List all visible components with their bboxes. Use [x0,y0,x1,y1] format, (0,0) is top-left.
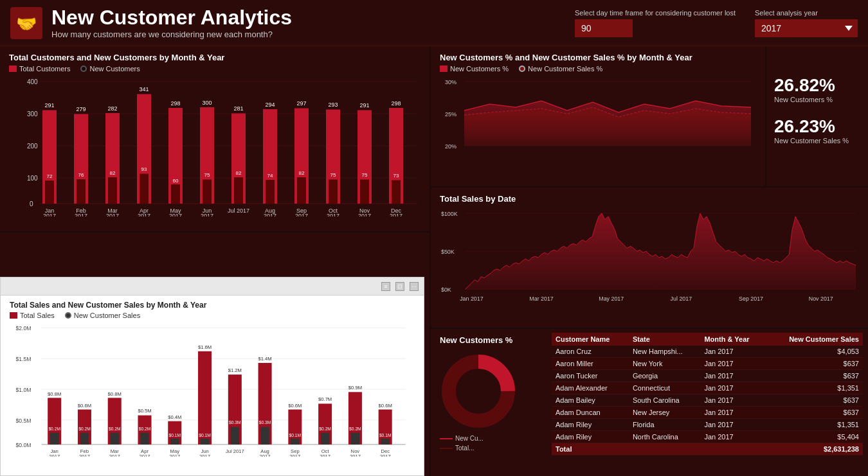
legend-new: New Customers [80,65,140,73]
legend-total-label: Total Customers [19,65,70,73]
svg-text:73: 73 [393,173,399,179]
col-customer: Customer Name [552,333,629,346]
svg-text:74: 74 [267,173,273,179]
svg-text:$2.0M: $2.0M [16,325,32,331]
svg-text:$1.0M: $1.0M [16,387,32,393]
svg-text:2017: 2017 [264,213,276,216]
svg-text:60: 60 [173,178,179,184]
svg-text:300: 300 [27,110,38,118]
svg-text:2017: 2017 [260,454,271,457]
bar-chart-legend: Total Customers New Customers [9,65,420,73]
table-row: Adam BaileySouth CarolinaJan 2017$637 [552,394,863,407]
svg-rect-49 [329,180,338,204]
svg-rect-17 [77,179,86,204]
svg-text:300: 300 [202,100,212,106]
dayframe-input[interactable] [575,19,633,37]
overlay-titlebar: ≡ ⊡ ··· [1,278,424,295]
app-subtitle: How many customers are we considering ne… [51,30,575,39]
svg-text:$0.1M: $0.1M [289,433,302,437]
pct-legend-sales: New Customer Sales % [519,65,602,73]
svg-text:Jul 2017: Jul 2017 [228,207,249,214]
svg-text:75: 75 [362,172,368,178]
svg-text:$0.5M: $0.5M [16,418,32,424]
svg-text:100: 100 [27,175,38,182]
svg-text:341: 341 [139,86,149,93]
svg-text:$0.6M: $0.6M [78,403,91,409]
table-row: Adam AlexanderConnecticutJan 2017$1,351 [552,382,863,394]
svg-text:$0.1M: $0.1M [379,433,392,437]
overlay-drag-handle[interactable] [6,278,376,295]
svg-text:291: 291 [44,102,54,109]
svg-rect-134 [351,433,359,445]
customer-table: Customer Name State Month & Year New Cus… [552,333,863,455]
overlay-restore-icon[interactable]: ⊡ [395,282,404,291]
svg-text:$0.3M: $0.3M [229,420,241,425]
bars: 291 72 279 76 282 82 341 93 [42,86,403,204]
svg-text:$0.6M: $0.6M [288,403,302,409]
svg-text:82: 82 [299,170,305,176]
overlay-chart-legend: Total Sales New Customer Sales [10,312,415,319]
pct-chart-legend: New Customers % New Customer Sales % [440,65,756,73]
svg-text:294: 294 [265,101,275,108]
svg-text:$0.8M: $0.8M [108,391,122,397]
pct-chart-area: New Customers % and New Customer Sales %… [431,46,765,186]
svg-text:0: 0 [30,200,33,207]
overlay-menu-icon[interactable]: ≡ [381,282,390,291]
table-row: Aaron CruzNew Hampshi...Jan 2017$4,053 [552,346,863,358]
svg-text:298: 298 [170,100,180,107]
svg-text:2017: 2017 [289,454,300,457]
header: 🤝 New Customer Analytics How many custom… [0,0,868,46]
svg-text:400: 400 [27,78,38,85]
svg-text:🤝: 🤝 [16,13,37,34]
svg-text:2017: 2017 [358,213,371,216]
title-block: New Customer Analytics How many customer… [51,6,575,39]
svg-rect-113 [198,351,212,445]
bar-chart-title: Total Customers and New Customers by Mon… [9,53,420,62]
svg-text:93: 93 [141,166,147,172]
table-total-row: Total$2,631,238 [552,443,863,455]
year-select[interactable]: 2017 2016 2018 [755,19,858,37]
donut-title: New Customers % [440,335,538,345]
svg-text:2017: 2017 [169,454,180,457]
svg-rect-45 [297,177,306,204]
svg-text:2017: 2017 [49,454,60,457]
svg-rect-102 [111,433,119,445]
year-control: Select analysis year 2017 2016 2018 [755,9,858,37]
overlay-more-icon[interactable]: ··· [410,282,419,291]
svg-text:Jan 2017: Jan 2017 [460,295,484,302]
dayframe-label: Select day time frame for considering cu… [575,9,736,17]
table-section: Customer Name State Month & Year New Cus… [547,329,868,476]
stat2-label: New Customer Sales % [774,137,860,145]
table-row: Adam RileyFloridaJan 2017$1,351 [552,419,863,431]
pct-chart-svg: 30% 25% 20% [440,75,756,172]
table-row: Aaron TuckerGeorgiaJan 2017$637 [552,370,863,382]
overlay-chart-title: Total Sales and New Customer Sales by Mo… [10,301,415,310]
overlay-legend-new-label: New Customer Sales [74,312,140,319]
svg-text:$0.4M: $0.4M [168,414,181,420]
svg-text:$0.2M: $0.2M [139,427,151,431]
svg-rect-41 [266,180,275,204]
svg-text:$0.5M: $0.5M [138,408,151,414]
svg-text:$0.6M: $0.6M [379,403,392,409]
svg-text:76: 76 [78,172,84,178]
svg-text:2017: 2017 [140,454,150,457]
svg-text:2017: 2017 [295,213,308,216]
legend-total: Total Customers [9,65,70,73]
svg-text:75: 75 [330,172,336,178]
right-panel: New Customers % and New Customer Sales %… [431,46,868,476]
donut-legend-total: Total... [455,445,474,452]
bar-chart-svg: 400 300 200 100 0 291 72 [9,75,420,216]
svg-rect-29 [171,184,180,204]
svg-text:2017: 2017 [201,213,213,216]
table-row: Aaron MillerNew YorkJan 2017$637 [552,358,863,370]
svg-text:$1.6M: $1.6M [198,344,212,350]
legend-new-color [80,66,87,72]
svg-rect-21 [108,177,117,204]
svg-text:$1.2M: $1.2M [228,367,242,373]
svg-rect-130 [321,433,329,445]
table-header-row: Customer Name State Month & Year New Cus… [552,333,863,346]
svg-text:200: 200 [27,143,38,150]
pct-legend-new: New Customers % [440,65,509,73]
svg-text:$0.1M: $0.1M [199,433,211,437]
svg-rect-33 [203,180,212,204]
